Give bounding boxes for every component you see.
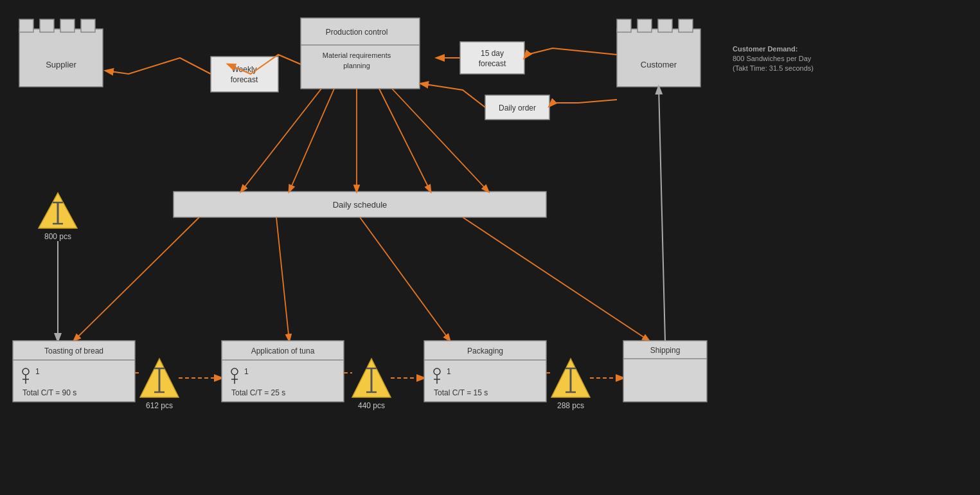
customer-label: Customer: [641, 60, 677, 69]
inventory-supplier-label: 800 pcs: [44, 232, 71, 241]
inventory-288-label: 288 pcs: [557, 401, 584, 410]
toasting-title: Toasting of bread: [44, 346, 103, 356]
svg-rect-8: [637, 19, 652, 32]
process-shipping: Shipping: [623, 341, 707, 402]
daily-schedule-label: Daily schedule: [333, 200, 388, 210]
supplier-factory: Supplier: [19, 19, 103, 87]
production-control-box: Production control Material requirements…: [301, 18, 420, 89]
svg-rect-5: [81, 19, 95, 32]
shipping-title: Shipping: [650, 346, 681, 355]
forecast-15day-label2: forecast: [479, 59, 506, 68]
svg-rect-4: [60, 19, 75, 32]
tuna-ct: Total C/T = 25 s: [231, 388, 285, 397]
forecast-15day-box: 15 day forecast: [460, 42, 524, 74]
svg-rect-7: [617, 19, 631, 32]
customer-demand-line2: (Takt Time: 31.5 seconds): [733, 64, 814, 72]
daily-order-box: Daily order: [485, 95, 549, 120]
production-control-sub1: Material requirements: [323, 51, 391, 59]
svg-rect-2: [19, 19, 33, 32]
weekly-forecast-label2: forecast: [231, 75, 258, 84]
toasting-ct: Total C/T = 90 s: [22, 388, 76, 397]
daily-order-label: Daily order: [499, 104, 536, 113]
tuna-workers: 1: [244, 367, 249, 376]
tuna-title: Application of tuna: [251, 346, 315, 356]
svg-rect-1: [19, 29, 103, 87]
customer-demand-line1: 800 Sandwiches per Day: [733, 55, 812, 62]
svg-rect-14: [460, 42, 524, 74]
svg-rect-9: [658, 19, 672, 32]
customer-factory: Customer: [617, 19, 700, 87]
customer-demand-label: Customer Demand:: [733, 45, 797, 53]
inventory-440-label: 440 pcs: [358, 401, 385, 410]
svg-rect-10: [679, 19, 693, 32]
forecast-15day-label: 15 day: [481, 49, 504, 58]
packaging-title: Packaging: [467, 346, 503, 356]
svg-rect-6: [617, 29, 700, 87]
toasting-workers: 1: [35, 367, 40, 376]
process-toasting: Toasting of bread 1 Total C/T = 90 s: [13, 341, 135, 402]
process-packaging: Packaging 1 Total C/T = 15 s: [424, 341, 546, 402]
packaging-ct: Total C/T = 15 s: [434, 388, 488, 397]
supplier-label: Supplier: [46, 60, 76, 69]
production-control-sub2: planning: [343, 62, 370, 69]
packaging-workers: 1: [447, 367, 451, 376]
process-tuna: Application of tuna 1 Total C/T = 25 s: [222, 341, 344, 402]
production-control-title: Production control: [326, 28, 388, 37]
daily-schedule-box: Daily schedule: [174, 192, 546, 217]
svg-rect-3: [40, 19, 54, 32]
inventory-612-label: 612 pcs: [146, 401, 173, 410]
